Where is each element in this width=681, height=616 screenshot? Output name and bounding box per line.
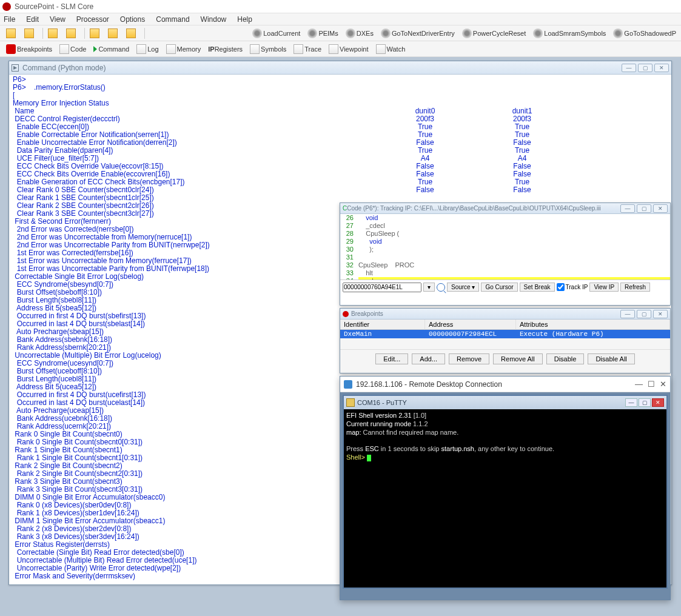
menu-processor[interactable]: Processor xyxy=(76,15,109,24)
peims-button[interactable]: PEIMs xyxy=(305,28,340,39)
stop-icon xyxy=(343,311,349,317)
log-button[interactable]: Log xyxy=(134,44,161,55)
menu-view[interactable]: View xyxy=(50,15,65,24)
close-button[interactable]: ✕ xyxy=(660,380,666,389)
watch-button[interactable]: Watch xyxy=(374,44,408,55)
menu-edit[interactable]: Edit xyxy=(26,15,39,24)
gotonextdriver-button[interactable]: GoToNextDriverEntry xyxy=(378,28,457,39)
viewpoint-icon xyxy=(329,44,338,54)
address-dropdown[interactable]: ▾ xyxy=(423,283,435,292)
close-button[interactable]: ✕ xyxy=(654,64,669,72)
vp-label: Viewpoint xyxy=(340,45,369,53)
code-footer: ▾ Source ▾ Go Cursor Set Break Track IP … xyxy=(340,280,670,294)
maximize-button[interactable]: ▢ xyxy=(639,398,651,407)
loadcurrent-button[interactable]: LoadCurrent xyxy=(250,28,303,39)
trace-icon xyxy=(294,44,303,54)
toolbar-open-button[interactable] xyxy=(4,28,19,39)
menu-options[interactable]: Options xyxy=(120,15,145,24)
trace-button[interactable]: Trace xyxy=(291,44,324,55)
code-button[interactable]: Code xyxy=(57,44,89,55)
removeall-button[interactable]: Remove All xyxy=(493,353,543,364)
col-attributes[interactable]: Attributes xyxy=(516,320,670,330)
putty-terminal[interactable]: EFI Shell version 2.31 [1.0] Current run… xyxy=(344,409,666,464)
macro-icon xyxy=(108,28,118,38)
gotoshadowed-button[interactable]: GoToShadowedP xyxy=(611,28,679,39)
command-label: Command xyxy=(98,45,129,53)
maximize-button[interactable]: ▢ xyxy=(638,64,652,72)
minimize-button[interactable]: — xyxy=(620,310,635,318)
breakpoints-titlebar[interactable]: Breakpoints — ▢ ✕ xyxy=(340,309,670,320)
loadsmram-button[interactable]: LoadSmramSymbols xyxy=(531,28,608,39)
setbreak-button[interactable]: Set Break xyxy=(520,283,555,292)
folder-icon xyxy=(6,28,16,38)
menu-command[interactable]: Command xyxy=(156,15,189,24)
macro-icon xyxy=(90,28,99,38)
command-window-titlebar[interactable]: ▶ Command (Python mode) — ▢ ✕ xyxy=(9,61,671,75)
gear-icon xyxy=(307,28,317,38)
minimize-button[interactable]: — xyxy=(620,204,635,213)
viewpoint-button[interactable]: Viewpoint xyxy=(326,44,371,55)
toolbar-open2-button[interactable] xyxy=(64,28,79,39)
macro-icon xyxy=(126,28,136,38)
memory-button[interactable]: Memory xyxy=(164,44,204,55)
address-input[interactable] xyxy=(343,283,421,292)
disableall-button[interactable]: Disable All xyxy=(588,353,634,364)
close-button[interactable]: ✕ xyxy=(653,204,668,213)
toolbar-macro2-button[interactable] xyxy=(106,28,121,39)
prompt-icon: ▶ xyxy=(12,64,19,72)
powercycle-button[interactable]: PowerCycleReset xyxy=(460,28,528,39)
code-listing[interactable]: 26 void27 _cdecl28 CpuSleep (29 void30 )… xyxy=(340,214,670,280)
toolbar-save-button[interactable] xyxy=(22,28,38,39)
minimize-button[interactable]: — xyxy=(625,398,637,407)
stop-icon xyxy=(6,44,16,54)
symbols-icon xyxy=(250,44,260,54)
bp-row-addr[interactable]: 000000007F2984ECL xyxy=(425,330,516,338)
separator xyxy=(42,28,43,39)
menu-file[interactable]: File xyxy=(4,15,15,24)
separator xyxy=(144,28,145,39)
minimize-button[interactable]: — xyxy=(635,380,643,389)
maximize-button[interactable]: ▢ xyxy=(637,204,651,213)
menu-window[interactable]: Window xyxy=(201,15,227,24)
dxes-button[interactable]: DXEs xyxy=(343,28,376,39)
rdc-body: COM16 - PuTTY — ▢ ✕ EFI Shell version 2.… xyxy=(340,392,670,600)
bp-row-id[interactable]: DxeMain xyxy=(340,330,425,338)
bp-row-attr[interactable]: Execute (Hardware P6) xyxy=(516,330,670,338)
putty-title: COM16 - PuTTY xyxy=(357,399,407,406)
registers-button[interactable]: IPRegisters xyxy=(206,45,245,53)
maximize-button[interactable]: ▢ xyxy=(637,310,651,318)
command-button[interactable]: Command xyxy=(91,45,132,53)
cursor-block xyxy=(367,455,371,461)
log-icon xyxy=(136,44,146,54)
breakpoints-window: Breakpoints — ▢ ✕ Identifier Address Att… xyxy=(340,308,671,373)
close-button[interactable]: ✕ xyxy=(652,398,664,407)
remove-button[interactable]: Remove xyxy=(449,353,489,364)
col-identifier[interactable]: Identifier xyxy=(340,320,425,330)
minimize-button[interactable]: — xyxy=(622,64,636,72)
viewip-button[interactable]: View IP xyxy=(589,283,619,292)
refresh-button[interactable]: Refresh xyxy=(620,283,650,292)
trace-label: Trace xyxy=(304,45,321,53)
loadcurrent-label: LoadCurrent xyxy=(263,30,300,37)
search-icon[interactable] xyxy=(437,283,445,292)
gocursor-button[interactable]: Go Cursor xyxy=(481,283,517,292)
code-window-titlebar[interactable]: C Code (P6*): Tracking IP: C:\EFI\...\Li… xyxy=(340,203,670,214)
toolbar-macro3-button[interactable] xyxy=(124,28,139,39)
breakpoints-button[interactable]: Breakpoints xyxy=(4,44,55,55)
arrow-icon xyxy=(93,46,97,52)
close-button[interactable]: ✕ xyxy=(653,310,668,318)
menu-help[interactable]: Help xyxy=(237,15,252,24)
edit-button[interactable]: Edit... xyxy=(375,353,408,364)
add-button[interactable]: Add... xyxy=(412,353,445,364)
maximize-button[interactable]: ☐ xyxy=(648,380,655,389)
toolbar-new-button[interactable] xyxy=(45,28,61,39)
source-mode-select[interactable]: Source ▾ xyxy=(447,283,479,292)
col-address[interactable]: Address xyxy=(425,320,516,330)
symbols-button[interactable]: Symbols xyxy=(247,44,289,55)
rdc-titlebar[interactable]: 192.168.1.106 - Remote Desktop Connectio… xyxy=(340,377,670,392)
disable-button[interactable]: Disable xyxy=(546,353,585,364)
toolbar-views: Breakpoints Code Command Log Memory IPRe… xyxy=(0,41,681,57)
toolbar-macro1-button[interactable] xyxy=(87,28,103,39)
trackip-checkbox[interactable]: Track IP xyxy=(557,283,588,291)
putty-titlebar[interactable]: COM16 - PuTTY — ▢ ✕ xyxy=(344,396,666,409)
